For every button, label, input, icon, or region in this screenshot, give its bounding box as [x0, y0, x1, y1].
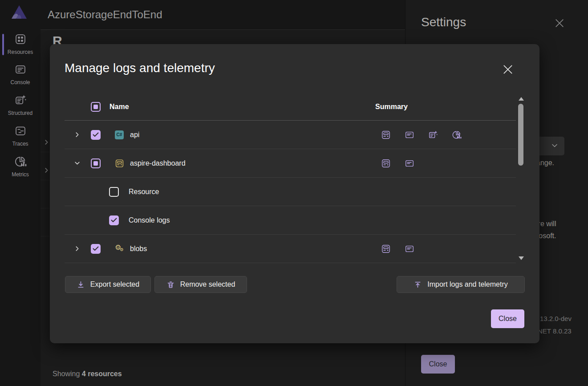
resource-name: aspire-dashboard: [130, 159, 186, 167]
row-checkbox[interactable]: [109, 215, 119, 225]
trash-icon: [166, 280, 175, 289]
import-logs-label: Import logs and telemetry: [427, 280, 508, 288]
summary-icons: [381, 130, 462, 140]
table-row[interactable]: ⚙⚙ blobs: [65, 235, 516, 263]
table-row[interactable]: Console logs: [65, 206, 516, 235]
column-header-summary: Summary: [375, 103, 408, 111]
table-header-row: Name Summary: [65, 93, 516, 121]
download-icon: [77, 280, 85, 289]
row-checkbox[interactable]: [91, 158, 101, 168]
select-all-checkbox[interactable]: [91, 102, 101, 112]
csharp-project-icon: C#: [115, 130, 124, 139]
dialog-close-button[interactable]: Close: [491, 309, 524, 328]
row-checkbox[interactable]: [109, 187, 119, 197]
summary-icons: [381, 158, 414, 168]
table-row[interactable]: Resource: [65, 178, 516, 206]
scrollbar-down-arrow[interactable]: [519, 256, 524, 260]
resources-icon: [381, 244, 391, 254]
export-selected-button[interactable]: Export selected: [65, 276, 151, 293]
table-row[interactable]: C# api: [65, 121, 516, 149]
expand-chevron-icon[interactable]: [73, 245, 81, 252]
metrics-icon: [452, 130, 462, 140]
dialog-close-icon[interactable]: [503, 65, 513, 76]
upload-icon: [414, 280, 422, 289]
container-icon: [115, 158, 124, 168]
collapse-chevron-icon[interactable]: [73, 160, 81, 167]
expand-chevron-icon[interactable]: [73, 131, 81, 138]
manage-logs-dialog: Manage logs and telemetry Name Summary C…: [50, 44, 539, 343]
resource-name: api: [130, 131, 139, 139]
console-logs-icon: [405, 130, 414, 140]
summary-icons: [381, 244, 414, 254]
console-logs-icon: [405, 158, 414, 168]
import-logs-button[interactable]: Import logs and telemetry: [397, 276, 525, 293]
resource-name: blobs: [130, 245, 147, 253]
dialog-title: Manage logs and telemetry: [65, 61, 215, 75]
row-checkbox[interactable]: [91, 130, 101, 140]
remove-selected-button[interactable]: Remove selected: [154, 276, 247, 293]
column-header-name: Name: [109, 103, 129, 111]
app-root: AzureStorageEndToEnd R Showing 4 resourc…: [0, 0, 588, 386]
remove-selected-label: Remove selected: [180, 280, 235, 288]
resources-table: Name Summary C# api: [65, 93, 516, 263]
resources-icon: [381, 158, 391, 168]
console-logs-icon: [405, 244, 414, 254]
scrollbar-up-arrow[interactable]: [519, 97, 524, 101]
row-checkbox[interactable]: [91, 244, 101, 254]
telemetry-type-label: Resource: [129, 188, 159, 196]
gears-icon: ⚙⚙: [115, 244, 125, 254]
table-row[interactable]: aspire-dashboard: [65, 149, 516, 178]
scrollbar-thumb[interactable]: [518, 104, 523, 166]
resources-icon: [381, 130, 391, 140]
export-selected-label: Export selected: [90, 280, 139, 288]
telemetry-type-label: Console logs: [129, 216, 170, 224]
structured-logs-icon: [428, 130, 438, 140]
